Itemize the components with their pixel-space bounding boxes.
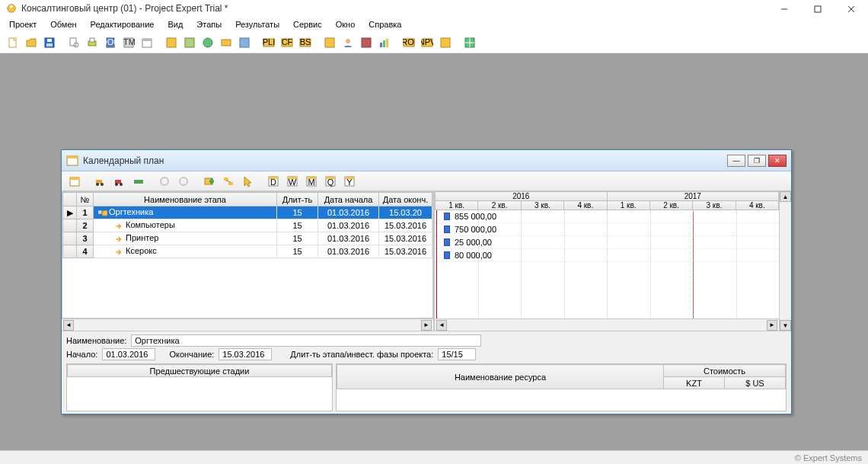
col-start[interactable]: Дата начала xyxy=(318,193,379,206)
ct-gear2-icon[interactable] xyxy=(175,173,192,190)
ct-link-icon[interactable] xyxy=(220,173,237,190)
col-end[interactable]: Дата оконч. xyxy=(379,193,432,206)
ct-truck2-icon[interactable] xyxy=(111,173,128,190)
tb-open-icon[interactable] xyxy=(23,34,40,51)
gantt-bar[interactable] xyxy=(444,238,450,246)
tb-cf-icon[interactable]: CF xyxy=(279,34,295,51)
ct-pointer-icon[interactable] xyxy=(239,173,256,190)
scroll-down-icon[interactable]: ▼ xyxy=(780,320,791,331)
tb-icon-13[interactable] xyxy=(236,34,253,51)
svg-rect-31 xyxy=(325,38,334,47)
tb-doc-icon[interactable]: DOC xyxy=(102,34,119,51)
gantt-quarter: 1 кв. xyxy=(436,201,478,210)
folder-icon xyxy=(98,209,107,218)
left-hscroll[interactable]: ◄ ► xyxy=(62,318,433,331)
menu-exchange[interactable]: Обмен xyxy=(44,18,82,30)
ct-calendar-icon[interactable] xyxy=(66,173,83,190)
resource-table[interactable]: Наименование ресурса Стоимость KZT $ US xyxy=(336,363,787,411)
scroll-right-icon[interactable]: ► xyxy=(767,320,777,331)
tb-icon-9[interactable] xyxy=(163,34,180,51)
gantt-bar[interactable] xyxy=(444,213,450,220)
minimize-button[interactable] xyxy=(767,0,801,18)
col-dur[interactable]: Длит-ть xyxy=(277,193,318,206)
scroll-up-icon[interactable]: ▲ xyxy=(780,191,791,202)
table-row[interactable]: 3Принтер1501.03.201615.03.2016 xyxy=(63,232,432,245)
menu-results[interactable]: Результаты xyxy=(229,18,286,30)
menu-service[interactable]: Сервис xyxy=(287,18,328,30)
svg-rect-20 xyxy=(167,38,176,47)
col-name[interactable]: Наименование этапа xyxy=(94,193,277,206)
tb-icon-19[interactable] xyxy=(358,34,375,51)
ct-d-icon[interactable]: D xyxy=(265,173,282,190)
gantt-body[interactable]: 855 000,00750 000,0025 000,0080 000,00 xyxy=(435,210,779,318)
close-button[interactable] xyxy=(834,0,868,18)
window-controls xyxy=(767,0,868,18)
svg-rect-35 xyxy=(383,40,385,47)
tb-icon-11[interactable] xyxy=(199,34,216,51)
preceding-table[interactable]: Предшествующие стадии xyxy=(66,363,333,411)
detail-end-field[interactable]: 15.03.2016 xyxy=(219,348,272,360)
menu-window[interactable]: Окно xyxy=(330,18,362,30)
svg-rect-62 xyxy=(228,182,233,185)
right-hscroll[interactable]: ◄ ► xyxy=(435,318,779,331)
gantt-bar[interactable] xyxy=(444,226,450,233)
tb-npv-icon[interactable]: NPV xyxy=(419,34,436,51)
child-close-button[interactable]: ✕ xyxy=(768,155,787,167)
ct-y-icon[interactable]: Y xyxy=(341,173,358,190)
tb-pli-icon[interactable]: PLI xyxy=(260,34,277,51)
scroll-left-icon[interactable]: ◄ xyxy=(436,320,447,331)
scroll-left-icon[interactable]: ◄ xyxy=(63,320,74,331)
menu-help[interactable]: Справка xyxy=(362,18,407,30)
table-row[interactable]: 2Компьютеры1501.03.201615.03.2016 xyxy=(63,219,432,232)
app-icon xyxy=(6,3,17,14)
detail-start-field[interactable]: 01.03.2016 xyxy=(102,348,155,360)
svg-rect-8 xyxy=(47,39,52,42)
table-row[interactable]: ▶1Оргтехника1501.03.201615.03.20 xyxy=(63,206,432,219)
statusbar: © Expert Systems xyxy=(0,450,868,464)
ct-tool-icon[interactable] xyxy=(130,173,147,190)
ct-q-icon[interactable]: Q xyxy=(322,173,339,190)
stages-grid[interactable]: № Наименование этапа Длит-ть Дата начала… xyxy=(62,191,433,318)
tb-bs-icon[interactable]: BS xyxy=(297,34,314,51)
gantt-bar[interactable] xyxy=(444,251,450,259)
tb-print-icon[interactable] xyxy=(84,34,101,51)
svg-point-1 xyxy=(10,5,13,8)
ct-gear1-icon[interactable] xyxy=(156,173,173,190)
tb-table-icon[interactable] xyxy=(461,34,478,51)
maximize-button[interactable] xyxy=(801,0,834,18)
tb-new-icon[interactable] xyxy=(5,34,21,51)
col-num[interactable]: № xyxy=(77,193,94,206)
ct-add-icon[interactable] xyxy=(201,173,218,190)
scroll-right-icon[interactable]: ► xyxy=(421,320,432,331)
tb-icon-17[interactable] xyxy=(321,34,338,51)
svg-rect-48 xyxy=(70,178,79,180)
detail-name-field[interactable]: Оргтехника xyxy=(131,334,481,347)
tb-icon-10[interactable] xyxy=(181,34,198,51)
detail-dur-field[interactable]: 15/15 xyxy=(438,348,476,360)
ct-w-icon[interactable]: W xyxy=(284,173,301,190)
svg-rect-9 xyxy=(46,43,53,46)
ct-truck1-icon[interactable] xyxy=(92,173,109,190)
gantt-year-1: 2017 xyxy=(607,192,779,201)
menu-stages[interactable]: Этапы xyxy=(190,18,228,30)
child-maximize-button[interactable]: ❐ xyxy=(748,155,766,167)
menu-edit[interactable]: Редактирование xyxy=(85,18,161,30)
tb-html-icon[interactable]: HTML xyxy=(120,34,137,51)
menu-view[interactable]: Вид xyxy=(161,18,189,30)
ct-m-icon[interactable]: M xyxy=(303,173,320,190)
table-row[interactable]: 4Ксерокс1501.03.201615.03.2016 xyxy=(63,245,432,258)
tb-chart-icon[interactable] xyxy=(376,34,393,51)
child-minimize-button[interactable]: — xyxy=(727,155,745,167)
tb-icon-12[interactable] xyxy=(218,34,235,51)
menu-project[interactable]: Проект xyxy=(3,18,43,30)
tb-icon-23[interactable] xyxy=(437,34,454,51)
tb-save-icon[interactable] xyxy=(41,34,58,51)
tb-roi-icon[interactable]: ROI xyxy=(400,34,417,51)
tb-calendar-icon[interactable] xyxy=(139,34,155,51)
tb-user-icon[interactable] xyxy=(340,34,356,51)
gantt-year-0: 2016 xyxy=(436,192,608,201)
child-titlebar[interactable]: Календарный план — ❐ ✕ xyxy=(62,150,791,171)
tb-print-preview-icon[interactable] xyxy=(65,34,82,51)
svg-rect-36 xyxy=(386,39,388,47)
svg-rect-3 xyxy=(815,6,821,12)
